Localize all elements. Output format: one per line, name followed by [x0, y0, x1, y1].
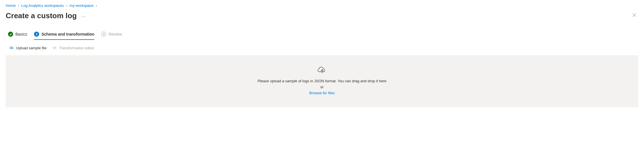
code-icon	[52, 46, 57, 50]
tab-label: Review	[109, 32, 122, 36]
breadcrumb: Home › Log Analytics workspaces › my-wor…	[6, 3, 638, 8]
tab-review: 3 Review	[101, 29, 122, 40]
more-icon[interactable]: …	[80, 12, 87, 19]
tab-label: Basics	[15, 32, 27, 36]
close-button[interactable]	[630, 11, 638, 20]
tab-basics[interactable]: Basics	[8, 29, 27, 40]
tab-schema-and-transformation[interactable]: 2 Schema and transformation	[34, 29, 94, 40]
cloud-upload-icon	[318, 67, 327, 74]
breadcrumb-link-workspaces[interactable]: Log Analytics workspaces	[21, 3, 64, 8]
chevron-right-icon: ›	[18, 4, 19, 8]
browse-for-files-link[interactable]: Browse for files	[309, 91, 335, 95]
svg-line-3	[54, 47, 55, 49]
checkmark-circle-icon	[8, 32, 13, 37]
page-title: Create a custom log	[6, 11, 77, 20]
wizard-tabs: Basics 2 Schema and transformation 3 Rev…	[6, 29, 638, 40]
tab-label: Schema and transformation	[41, 32, 94, 36]
dropzone-or-text: or	[258, 84, 386, 90]
subtabs: Upload sample file Transformation editor	[6, 44, 638, 51]
subtab-upload-sample-file[interactable]: Upload sample file	[9, 44, 47, 51]
chevron-right-icon: ›	[96, 4, 97, 8]
close-icon	[632, 13, 637, 17]
chevron-right-icon: ›	[66, 4, 67, 8]
subtab-label: Upload sample file	[16, 46, 47, 50]
subtab-label: Transformation editor	[59, 46, 94, 50]
step-number-icon: 3	[101, 32, 106, 37]
breadcrumb-link-my-workspace[interactable]: my-workspace	[70, 3, 94, 8]
breadcrumb-link-home[interactable]: Home	[6, 3, 16, 8]
subtab-transformation-editor: Transformation editor	[52, 44, 94, 51]
step-number-icon: 2	[34, 32, 39, 37]
title-row: Create a custom log …	[6, 11, 638, 20]
cloud-upload-icon	[9, 46, 14, 50]
dropzone-instruction: Please upload a sample of logs in JSON f…	[258, 78, 386, 84]
upload-dropzone[interactable]: Please upload a sample of logs in JSON f…	[6, 55, 638, 107]
